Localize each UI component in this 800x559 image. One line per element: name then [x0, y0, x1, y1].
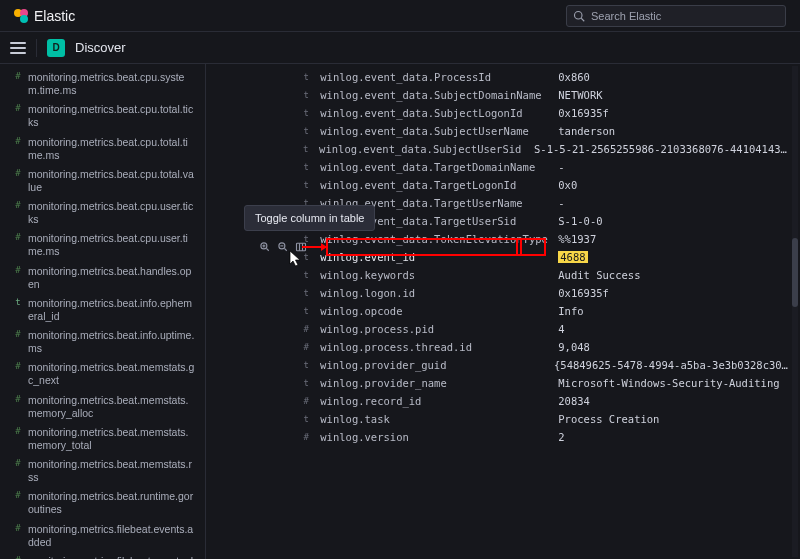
doc-field-row[interactable]: twinlog.event_data.SubjectLogonId0x16935…: [210, 104, 790, 122]
sidebar-field-item[interactable]: #monitoring.metrics.filebeat.events.adde…: [0, 520, 205, 552]
svg-line-7: [285, 249, 287, 251]
field-value: -: [558, 161, 564, 173]
doc-field-row[interactable]: twinlog.keywordsAudit Success: [210, 266, 790, 284]
row-action-toolbar: [258, 240, 308, 254]
doc-field-row[interactable]: #winlog.process.thread.id9,048: [210, 338, 790, 356]
field-name: winlog.event_data.ProcessId: [320, 71, 550, 83]
doc-field-row[interactable]: twinlog.provider_guid{54849625-5478-4994…: [210, 356, 790, 374]
field-type-icon: #: [14, 458, 22, 469]
field-type-icon: #: [14, 103, 22, 114]
field-type-icon: t: [14, 297, 22, 308]
doc-field-row[interactable]: #winlog.record_id20834: [210, 392, 790, 410]
doc-field-row[interactable]: #winlog.process.pid4: [210, 320, 790, 338]
field-label: monitoring.metrics.beat.cpu.user.ticks: [28, 200, 195, 226]
field-label: monitoring.metrics.filebeat.events.done: [28, 555, 195, 559]
sidebar-field-item[interactable]: #monitoring.metrics.beat.cpu.total.value: [0, 165, 205, 197]
field-value: Info: [558, 305, 583, 317]
field-label: monitoring.metrics.filebeat.events.added: [28, 523, 195, 549]
doc-field-row[interactable]: twinlog.event_data.SubjectUserSidS-1-5-2…: [210, 140, 790, 158]
field-name: winlog.event_data.TokenElevationType: [320, 233, 550, 245]
search-placeholder: Search Elastic: [591, 10, 661, 22]
field-type-icon: t: [300, 90, 312, 100]
doc-field-row[interactable]: twinlog.event_data.TargetLogonId0x0: [210, 176, 790, 194]
sidebar-field-item[interactable]: #monitoring.metrics.beat.cpu.user.ticks: [0, 197, 205, 229]
field-name: winlog.event_data.TargetLogonId: [320, 179, 550, 191]
field-label: monitoring.metrics.beat.cpu.system.time.…: [28, 71, 195, 97]
doc-field-row[interactable]: twinlog.opcodeInfo: [210, 302, 790, 320]
field-label: monitoring.metrics.beat.info.uptime.ms: [28, 329, 195, 355]
sidebar-field-item[interactable]: #monitoring.metrics.beat.info.uptime.ms: [0, 326, 205, 358]
field-name: winlog.logon.id: [320, 287, 550, 299]
sidebar-field-item[interactable]: #monitoring.metrics.beat.cpu.system.time…: [0, 68, 205, 100]
field-name: winlog.event_data.SubjectUserName: [320, 125, 550, 137]
field-type-icon: t: [300, 180, 312, 190]
doc-field-row[interactable]: twinlog.event_data.SubjectDomainNameNETW…: [210, 86, 790, 104]
field-type-icon: #: [14, 168, 22, 179]
sidebar-field-item[interactable]: #monitoring.metrics.filebeat.events.done: [0, 552, 205, 559]
doc-field-row[interactable]: twinlog.logon.id0x16935f: [210, 284, 790, 302]
brand-name: Elastic: [34, 8, 75, 24]
field-type-icon: #: [14, 265, 22, 276]
search-icon: [573, 10, 585, 22]
sidebar-field-item[interactable]: #monitoring.metrics.beat.memstats.gc_nex…: [0, 358, 205, 390]
filter-out-icon[interactable]: [276, 240, 290, 254]
field-type-icon: #: [14, 136, 22, 147]
field-label: monitoring.metrics.beat.info.ephemeral_i…: [28, 297, 195, 323]
field-label: monitoring.metrics.beat.memstats.gc_next: [28, 361, 195, 387]
global-search-input[interactable]: Search Elastic: [566, 5, 786, 27]
field-value: 4: [558, 323, 564, 335]
field-name: winlog.event_data.SubjectDomainName: [320, 89, 550, 101]
field-type-icon: #: [14, 490, 22, 501]
elastic-logo[interactable]: Elastic: [14, 8, 75, 24]
field-value: 9,048: [558, 341, 590, 353]
global-header: Elastic Search Elastic: [0, 0, 800, 32]
field-type-icon: #: [300, 396, 312, 406]
field-type-icon: t: [300, 108, 312, 118]
field-type-icon: #: [14, 200, 22, 211]
field-type-icon: t: [300, 378, 312, 388]
sidebar-field-item[interactable]: #monitoring.metrics.beat.runtime.gorouti…: [0, 487, 205, 519]
field-name: winlog.opcode: [320, 305, 550, 317]
field-type-icon: #: [300, 432, 312, 442]
field-type-icon: #: [14, 555, 22, 559]
field-list-sidebar: #monitoring.metrics.beat.cpu.system.time…: [0, 64, 206, 559]
nav-toggle-button[interactable]: [10, 42, 26, 54]
vertical-scrollbar[interactable]: [792, 66, 798, 557]
sidebar-field-item[interactable]: #monitoring.metrics.beat.handles.open: [0, 262, 205, 294]
field-name: winlog.event_id: [320, 251, 550, 263]
field-name: winlog.event_data.SubjectUserSid: [319, 143, 526, 155]
field-value: {54849625-5478-4994-a5ba-3e3b0328c30d}: [554, 359, 790, 371]
field-name: winlog.event_data.SubjectLogonId: [320, 107, 550, 119]
filter-in-icon[interactable]: [258, 240, 272, 254]
sidebar-field-item[interactable]: #monitoring.metrics.beat.cpu.total.ticks: [0, 100, 205, 132]
doc-field-row[interactable]: twinlog.taskProcess Creation: [210, 410, 790, 428]
document-detail-panel: twinlog.event_data.ProcessId0x860twinlog…: [206, 64, 800, 559]
sidebar-field-item[interactable]: #monitoring.metrics.beat.memstats.memory…: [0, 423, 205, 455]
field-type-icon: t: [300, 360, 312, 370]
field-type-icon: t: [300, 288, 312, 298]
field-type-icon: t: [300, 270, 312, 280]
field-value: %%1937: [558, 233, 596, 245]
field-label: monitoring.metrics.beat.memstats.memory_…: [28, 426, 195, 452]
sidebar-field-item[interactable]: #monitoring.metrics.beat.cpu.total.time.…: [0, 133, 205, 165]
field-type-icon: t: [300, 126, 312, 136]
sidebar-field-item[interactable]: tmonitoring.metrics.beat.info.ephemeral_…: [0, 294, 205, 326]
sidebar-field-item[interactable]: #monitoring.metrics.beat.memstats.rss: [0, 455, 205, 487]
field-label: monitoring.metrics.beat.cpu.total.value: [28, 168, 195, 194]
field-name: winlog.record_id: [320, 395, 550, 407]
doc-field-row[interactable]: twinlog.event_data.ProcessId0x860: [210, 68, 790, 86]
doc-field-row[interactable]: twinlog.provider_nameMicrosoft-Windows-S…: [210, 374, 790, 392]
doc-field-row[interactable]: #winlog.version2: [210, 428, 790, 446]
app-badge[interactable]: D: [47, 39, 65, 57]
field-value: -: [558, 197, 564, 209]
field-type-icon: #: [14, 71, 22, 82]
sidebar-field-item[interactable]: #monitoring.metrics.beat.cpu.user.time.m…: [0, 229, 205, 261]
doc-field-row[interactable]: twinlog.event_data.TargetDomainName-: [210, 158, 790, 176]
field-label: monitoring.metrics.beat.handles.open: [28, 265, 195, 291]
field-type-icon: t: [300, 306, 312, 316]
field-type-icon: t: [300, 162, 312, 172]
field-value: 4688: [558, 251, 587, 263]
sidebar-field-item[interactable]: #monitoring.metrics.beat.memstats.memory…: [0, 391, 205, 423]
toggle-column-icon[interactable]: [294, 240, 308, 254]
doc-field-row[interactable]: twinlog.event_data.SubjectUserNametander…: [210, 122, 790, 140]
